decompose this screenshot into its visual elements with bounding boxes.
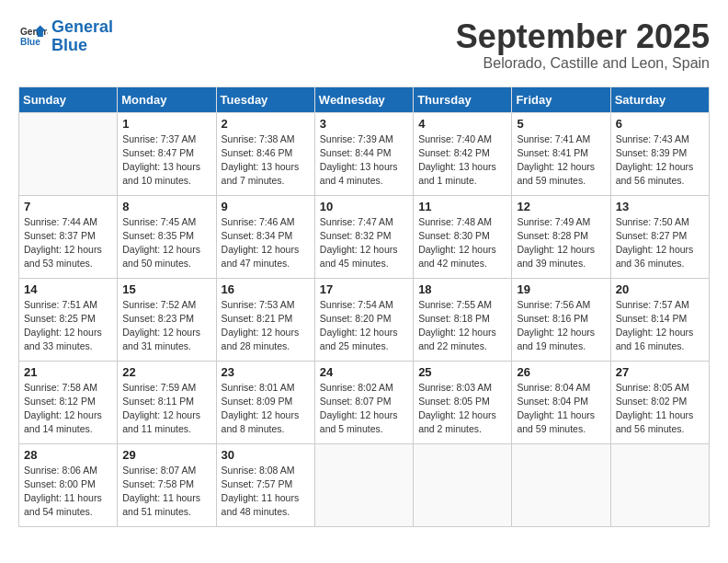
day-info: Sunrise: 8:04 AM Sunset: 8:04 PM Dayligh… (517, 381, 605, 437)
day-info: Sunrise: 7:47 AM Sunset: 8:32 PM Dayligh… (320, 215, 408, 271)
day-number: 12 (517, 200, 605, 213)
day-info: Sunrise: 7:37 AM Sunset: 8:47 PM Dayligh… (122, 132, 210, 189)
calendar-cell: 15Sunrise: 7:52 AM Sunset: 8:23 PM Dayli… (118, 278, 216, 361)
calendar-cell (314, 443, 413, 526)
weekday-header: Thursday (414, 86, 512, 112)
page-header: General Blue GeneralBlue September 2025 … (18, 18, 710, 72)
calendar-week-row: 28Sunrise: 8:06 AM Sunset: 8:00 PM Dayli… (19, 443, 710, 526)
weekday-header: Saturday (610, 86, 709, 112)
day-info: Sunrise: 7:49 AM Sunset: 8:28 PM Dayligh… (517, 215, 605, 271)
calendar-cell: 5Sunrise: 7:41 AM Sunset: 8:41 PM Daylig… (512, 112, 610, 195)
day-info: Sunrise: 7:43 AM Sunset: 8:39 PM Dayligh… (616, 132, 704, 189)
svg-text:General: General (20, 27, 48, 37)
month-title: September 2025 (456, 18, 710, 55)
calendar-week-row: 14Sunrise: 7:51 AM Sunset: 8:25 PM Dayli… (19, 278, 710, 361)
calendar-body: 1Sunrise: 7:37 AM Sunset: 8:47 PM Daylig… (19, 112, 710, 526)
weekday-header: Tuesday (216, 86, 314, 112)
weekday-row: SundayMondayTuesdayWednesdayThursdayFrid… (19, 86, 710, 112)
day-number: 28 (24, 448, 112, 462)
day-number: 1 (122, 117, 210, 131)
calendar-week-row: 21Sunrise: 7:58 AM Sunset: 8:12 PM Dayli… (19, 361, 710, 443)
calendar-cell: 24Sunrise: 8:02 AM Sunset: 8:07 PM Dayli… (314, 361, 413, 443)
calendar-week-row: 7Sunrise: 7:44 AM Sunset: 8:37 PM Daylig… (19, 195, 710, 278)
day-info: Sunrise: 7:59 AM Sunset: 8:11 PM Dayligh… (122, 381, 210, 437)
calendar-cell: 12Sunrise: 7:49 AM Sunset: 8:28 PM Dayli… (512, 195, 610, 278)
day-info: Sunrise: 7:56 AM Sunset: 8:16 PM Dayligh… (517, 298, 605, 354)
day-info: Sunrise: 7:40 AM Sunset: 8:42 PM Dayligh… (418, 132, 506, 189)
calendar-cell: 21Sunrise: 7:58 AM Sunset: 8:12 PM Dayli… (19, 361, 118, 443)
calendar-cell: 25Sunrise: 8:03 AM Sunset: 8:05 PM Dayli… (414, 361, 512, 443)
calendar-cell: 28Sunrise: 8:06 AM Sunset: 8:00 PM Dayli… (19, 443, 118, 526)
calendar-cell: 23Sunrise: 8:01 AM Sunset: 8:09 PM Dayli… (216, 361, 314, 443)
calendar-cell: 22Sunrise: 7:59 AM Sunset: 8:11 PM Dayli… (118, 361, 216, 443)
calendar-cell: 8Sunrise: 7:45 AM Sunset: 8:35 PM Daylig… (118, 195, 216, 278)
calendar-cell: 30Sunrise: 8:08 AM Sunset: 7:57 PM Dayli… (216, 443, 314, 526)
day-info: Sunrise: 7:48 AM Sunset: 8:30 PM Dayligh… (418, 215, 506, 271)
day-info: Sunrise: 7:53 AM Sunset: 8:21 PM Dayligh… (222, 298, 310, 354)
day-info: Sunrise: 8:07 AM Sunset: 7:58 PM Dayligh… (122, 464, 210, 520)
day-info: Sunrise: 7:46 AM Sunset: 8:34 PM Dayligh… (222, 215, 310, 271)
day-number: 2 (222, 117, 310, 131)
calendar-cell (512, 443, 610, 526)
day-info: Sunrise: 8:01 AM Sunset: 8:09 PM Dayligh… (222, 381, 310, 437)
day-info: Sunrise: 7:51 AM Sunset: 8:25 PM Dayligh… (24, 298, 112, 354)
day-number: 18 (418, 282, 506, 296)
weekday-header: Wednesday (314, 86, 413, 112)
calendar-cell: 19Sunrise: 7:56 AM Sunset: 8:16 PM Dayli… (512, 278, 610, 361)
day-info: Sunrise: 8:06 AM Sunset: 8:00 PM Dayligh… (24, 464, 112, 520)
day-number: 30 (222, 448, 310, 462)
day-info: Sunrise: 7:52 AM Sunset: 8:23 PM Dayligh… (122, 298, 210, 354)
day-number: 5 (517, 117, 605, 131)
logo-text: GeneralBlue (51, 18, 113, 55)
day-number: 9 (222, 200, 310, 213)
day-number: 14 (24, 282, 112, 296)
day-info: Sunrise: 7:41 AM Sunset: 8:41 PM Dayligh… (517, 132, 605, 189)
calendar-cell: 27Sunrise: 8:05 AM Sunset: 8:02 PM Dayli… (610, 361, 709, 443)
weekday-header: Sunday (19, 86, 118, 112)
day-number: 22 (122, 365, 210, 379)
day-info: Sunrise: 7:44 AM Sunset: 8:37 PM Dayligh… (24, 215, 112, 271)
day-number: 3 (320, 117, 408, 131)
day-number: 7 (24, 200, 112, 213)
day-info: Sunrise: 7:45 AM Sunset: 8:35 PM Dayligh… (122, 215, 210, 271)
calendar-header: SundayMondayTuesdayWednesdayThursdayFrid… (19, 86, 710, 112)
day-number: 4 (418, 117, 506, 131)
day-number: 10 (320, 200, 408, 213)
day-number: 29 (122, 448, 210, 462)
calendar-cell: 1Sunrise: 7:37 AM Sunset: 8:47 PM Daylig… (118, 112, 216, 195)
day-info: Sunrise: 7:58 AM Sunset: 8:12 PM Dayligh… (24, 381, 112, 437)
logo: General Blue GeneralBlue (18, 18, 113, 55)
svg-text:Blue: Blue (20, 37, 40, 47)
location-title: Belorado, Castille and Leon, Spain (456, 55, 710, 72)
calendar-cell (414, 443, 512, 526)
day-info: Sunrise: 8:02 AM Sunset: 8:07 PM Dayligh… (320, 381, 408, 437)
day-info: Sunrise: 8:08 AM Sunset: 7:57 PM Dayligh… (222, 464, 310, 520)
calendar-cell: 17Sunrise: 7:54 AM Sunset: 8:20 PM Dayli… (314, 278, 413, 361)
calendar-week-row: 1Sunrise: 7:37 AM Sunset: 8:47 PM Daylig… (19, 112, 710, 195)
day-number: 15 (122, 282, 210, 296)
calendar-cell (610, 443, 709, 526)
day-number: 20 (616, 282, 704, 296)
day-info: Sunrise: 7:50 AM Sunset: 8:27 PM Dayligh… (616, 215, 704, 271)
day-number: 6 (616, 117, 704, 131)
day-number: 26 (517, 365, 605, 379)
calendar-cell: 16Sunrise: 7:53 AM Sunset: 8:21 PM Dayli… (216, 278, 314, 361)
day-number: 11 (418, 200, 506, 213)
calendar-cell: 11Sunrise: 7:48 AM Sunset: 8:30 PM Dayli… (414, 195, 512, 278)
title-area: September 2025 Belorado, Castille and Le… (456, 18, 710, 72)
weekday-header: Monday (118, 86, 216, 112)
day-number: 8 (122, 200, 210, 213)
calendar-cell: 14Sunrise: 7:51 AM Sunset: 8:25 PM Dayli… (19, 278, 118, 361)
day-info: Sunrise: 7:55 AM Sunset: 8:18 PM Dayligh… (418, 298, 506, 354)
calendar-cell: 20Sunrise: 7:57 AM Sunset: 8:14 PM Dayli… (610, 278, 709, 361)
calendar-cell: 4Sunrise: 7:40 AM Sunset: 8:42 PM Daylig… (414, 112, 512, 195)
day-number: 17 (320, 282, 408, 296)
calendar-cell: 29Sunrise: 8:07 AM Sunset: 7:58 PM Dayli… (118, 443, 216, 526)
day-number: 23 (222, 365, 310, 379)
day-info: Sunrise: 8:03 AM Sunset: 8:05 PM Dayligh… (418, 381, 506, 437)
calendar-cell: 7Sunrise: 7:44 AM Sunset: 8:37 PM Daylig… (19, 195, 118, 278)
day-number: 19 (517, 282, 605, 296)
day-info: Sunrise: 7:38 AM Sunset: 8:46 PM Dayligh… (222, 132, 310, 189)
calendar-cell: 18Sunrise: 7:55 AM Sunset: 8:18 PM Dayli… (414, 278, 512, 361)
day-info: Sunrise: 8:05 AM Sunset: 8:02 PM Dayligh… (616, 381, 704, 437)
